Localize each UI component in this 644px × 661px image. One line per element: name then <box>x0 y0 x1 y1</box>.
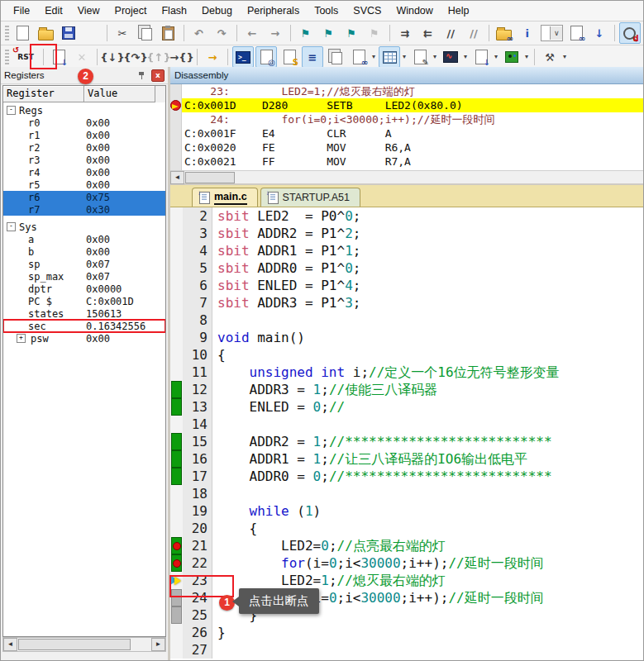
menu-help[interactable]: Help <box>441 2 477 19</box>
close-icon[interactable]: x <box>151 69 165 82</box>
chevron-down-icon[interactable]: ∨ <box>550 26 562 40</box>
tree-expander-icon[interactable]: - <box>7 222 16 231</box>
disassembly-line[interactable]: C:0x001D D280 SETB LED2(0x80.0) <box>170 98 643 112</box>
code-line-20[interactable]: 20 { <box>170 520 643 537</box>
register-row-PC_[interactable]: PC $C:0x001D <box>3 295 165 307</box>
toolbox-button[interactable]: ⚒▾ <box>539 46 561 68</box>
register-row-r0[interactable]: r00x00 <box>3 117 165 129</box>
step-over-button[interactable]: {↷} <box>125 46 146 68</box>
register-row-r1[interactable]: r10x00 <box>3 129 165 141</box>
register-group-regs[interactable]: -Regs <box>3 104 165 117</box>
indent-button[interactable]: ⇉ <box>394 22 416 44</box>
chevron-down-icon[interactable]: ▾ <box>494 53 498 60</box>
disassembly-gutter[interactable] <box>170 84 182 98</box>
register-row-b[interactable]: b0x00 <box>3 245 165 258</box>
show-next-statement-button[interactable]: → <box>202 46 223 68</box>
editor-gutter[interactable] <box>170 242 183 259</box>
editor-gutter[interactable] <box>170 225 183 242</box>
scroll-left-icon[interactable]: ◄ <box>170 171 184 184</box>
code-line-4[interactable]: 4sbit ADDR1 = P1^1; <box>170 242 643 259</box>
disassembly-line[interactable]: C:0x0021 FF MOV R7,A <box>170 155 643 169</box>
tree-expander-icon[interactable]: - <box>7 106 16 115</box>
chevron-down-icon[interactable]: ▾ <box>372 53 375 60</box>
outdent-button[interactable]: ⇇ <box>417 22 439 44</box>
watch-window-button[interactable]: ∞▾ <box>348 46 370 68</box>
navigate-forward-button[interactable]: → <box>265 22 286 44</box>
code-line-2[interactable]: 2sbit LED2 = P0^0; <box>170 207 643 225</box>
start-stop-debug-button[interactable]: d <box>619 22 641 44</box>
register-row-states[interactable]: states150613 <box>3 307 165 320</box>
disassembly-line[interactable]: 24: for(i=0;i<30000;i++);//延时一段时间 <box>170 112 643 126</box>
code-line-27[interactable]: 27 <box>170 641 643 659</box>
code-line-21[interactable]: 21 LED2=0;//点亮最右端的灯 <box>170 537 643 554</box>
symbol-window-button[interactable]: S <box>279 46 300 68</box>
chevron-down-icon[interactable]: ▾ <box>464 53 467 60</box>
editor-gutter[interactable] <box>170 277 183 294</box>
code-line-11[interactable]: 11 unsigned int i;//定义一个16位无符号整形变量 <box>170 364 643 381</box>
scroll-left-icon[interactable]: ◄ <box>3 638 17 651</box>
call-stack-window-button[interactable] <box>325 46 346 68</box>
code-line-16[interactable]: 16 ADDR1 = 1;//让三八译码器的IO6输出低电平 <box>170 450 643 468</box>
navigate-back-button[interactable]: ← <box>241 22 263 44</box>
code-line-17[interactable]: 17 ADDR0 = 0;//*************************… <box>170 468 643 485</box>
editor-gutter[interactable] <box>170 398 183 416</box>
register-row-r4[interactable]: r40x00 <box>3 166 165 178</box>
editor-gutter[interactable] <box>170 502 183 520</box>
comment-button[interactable]: // <box>440 22 461 44</box>
chevron-down-icon[interactable]: ▾ <box>403 53 406 60</box>
editor-gutter[interactable] <box>170 364 183 381</box>
editor-gutter[interactable] <box>170 381 183 398</box>
code-line-23[interactable]: 23 LED2=1;//熄灭最右端的灯 <box>170 572 643 589</box>
registers-column-header[interactable]: Register <box>3 86 84 102</box>
editor-gutter[interactable] <box>170 450 183 468</box>
serial-window-button[interactable]: ✎▾ <box>409 46 431 68</box>
code-line-9[interactable]: 9void main() <box>170 329 643 346</box>
uncomment-button[interactable]: // <box>463 22 484 44</box>
code-line-10[interactable]: 10{ <box>170 346 643 364</box>
disassembly-content[interactable]: 23: LED2=1;//熄灭最右端的灯C:0x001D D280 SETB L… <box>170 84 643 170</box>
toggle-bookmark-button[interactable]: ⚑ <box>295 22 317 44</box>
code-line-14[interactable]: 14 <box>170 416 643 433</box>
editor-gutter[interactable] <box>170 329 183 346</box>
register-row-sec[interactable]: sec0.16342556 <box>3 320 165 332</box>
command-window-button[interactable] <box>232 46 254 68</box>
register-row-sp_max[interactable]: sp_max0x07 <box>3 270 165 283</box>
editor-gutter[interactable] <box>170 207 183 225</box>
code-line-3[interactable]: 3sbit ADDR2 = P1^2; <box>170 225 643 242</box>
run-to-cursor-button[interactable]: →{} <box>171 46 193 68</box>
disassembly-horizontal-scrollbar[interactable]: ◄ <box>170 170 643 183</box>
new-file-button[interactable] <box>12 22 34 44</box>
registers-column-header[interactable]: Value <box>84 86 155 102</box>
code-line-12[interactable]: 12 ADDR3 = 1;//使能三八译码器 <box>170 381 643 398</box>
register-row-r6[interactable]: r60x75 <box>3 191 165 203</box>
menu-window[interactable]: Window <box>389 2 440 19</box>
disassembly-gutter[interactable] <box>170 169 182 170</box>
info-button[interactable]: i <box>517 22 538 44</box>
save-button[interactable] <box>59 22 80 44</box>
register-row-r2[interactable]: r20x00 <box>3 141 165 154</box>
step-into-button[interactable]: {↓} <box>102 46 123 68</box>
menu-svcs[interactable]: SVCS <box>346 2 389 19</box>
scrollbar-thumb[interactable] <box>185 172 235 183</box>
register-row-r5[interactable]: r50x00 <box>3 178 165 191</box>
registers-window-button[interactable]: ≡ <box>302 46 323 68</box>
breakpoint-icon[interactable] <box>173 559 181 568</box>
code-line-6[interactable]: 6sbit ENLED = P1^4; <box>170 277 643 294</box>
trace-window-button[interactable]: ↓▾ <box>470 46 492 68</box>
editor-gutter[interactable] <box>170 311 183 329</box>
disassembly-gutter[interactable] <box>170 98 182 112</box>
register-row-psw[interactable]: +psw0x00 <box>3 332 165 345</box>
code-line-13[interactable]: 13 ENLED = 0;// <box>170 398 643 416</box>
prev-bookmark-button[interactable]: ⚑ <box>317 22 339 44</box>
disassembly-line[interactable]: C:0x0020 FE MOV R6,A <box>170 140 643 155</box>
editor-gutter[interactable] <box>170 537 183 554</box>
editor-gutter[interactable] <box>170 520 183 537</box>
memory-window-button[interactable]: ▾ <box>379 46 400 68</box>
system-viewer-button[interactable]: ▾ <box>501 46 522 68</box>
redo-button[interactable]: ↷ <box>211 22 232 44</box>
editor-gutter[interactable] <box>170 485 183 502</box>
open-file-button[interactable] <box>36 22 57 44</box>
find-combo[interactable]: ∨ <box>541 25 564 41</box>
scroll-right-icon[interactable]: ► <box>151 638 165 651</box>
menu-view[interactable]: View <box>70 2 107 19</box>
